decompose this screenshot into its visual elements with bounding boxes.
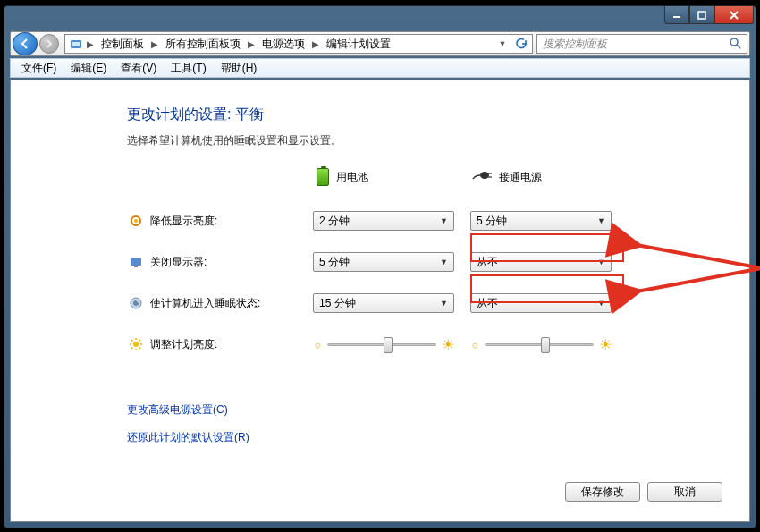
svg-rect-13 (131, 258, 141, 266)
content: 更改计划的设置: 平衡 选择希望计算机使用的睡眠设置和显示设置。 用电池 接通电… (11, 80, 749, 521)
svg-point-6 (730, 38, 738, 46)
cancel-button[interactable]: 取消 (647, 482, 722, 502)
off-plugged-value: 从不 (477, 255, 498, 270)
plug-icon (472, 169, 492, 185)
sleep-plugged-combo[interactable]: 从不 ▼ (470, 293, 612, 313)
row-sleep-label: 使计算机进入睡眠状态: (145, 296, 313, 311)
svg-point-12 (134, 219, 138, 223)
titlebar (4, 6, 756, 31)
svg-line-7 (737, 45, 740, 48)
chevron-down-icon: ▼ (597, 216, 605, 225)
chevron-down-icon: ▼ (597, 258, 605, 266)
slider-track[interactable] (485, 343, 594, 346)
col-battery: 用电池 (317, 168, 472, 186)
svg-line-24 (139, 340, 141, 342)
breadcrumb-item[interactable]: 编辑计划设置 (323, 37, 394, 52)
off-plugged-combo[interactable]: 从不 ▼ (470, 252, 612, 272)
breadcrumb-sep: ▶ (148, 39, 162, 49)
row-dim: 降低显示亮度: 2 分钟 ▼ 5 分钟 ▼ (127, 200, 749, 241)
sleep-battery-combo[interactable]: 15 分钟 ▼ (313, 293, 454, 313)
search-placeholder: 搜索控制面板 (543, 37, 607, 52)
svg-line-22 (139, 348, 141, 350)
sun-big-icon: ☀ (442, 336, 454, 353)
col-plugged: 接通电源 (472, 168, 628, 186)
forward-button[interactable] (39, 34, 59, 54)
svg-point-8 (480, 172, 489, 179)
dim-battery-value: 2 分钟 (319, 214, 350, 229)
svg-line-21 (131, 340, 133, 342)
brightness-plugged-slider[interactable]: ☼ ☀ (470, 332, 612, 357)
sun-small-icon: ☼ (470, 339, 479, 350)
menu-tools[interactable]: 工具(T) (164, 61, 213, 76)
slider-track[interactable] (327, 343, 436, 346)
chevron-down-icon: ▼ (440, 216, 448, 225)
sun-big-icon: ☀ (599, 336, 612, 353)
sleep-icon (127, 294, 145, 312)
dialog-buttons: 保存修改 取消 (565, 482, 722, 502)
menu-edit[interactable]: 编辑(E) (63, 61, 114, 76)
row-off-label: 关闭显示器: (145, 255, 313, 270)
dim-icon (127, 212, 145, 230)
advanced-link[interactable]: 更改高级电源设置(C) (127, 402, 749, 418)
row-dim-label: 降低显示亮度: (145, 214, 313, 229)
save-button[interactable]: 保存修改 (565, 482, 640, 502)
links: 更改高级电源设置(C) 还原此计划的默认设置(R) (127, 402, 749, 445)
column-headers: 用电池 接通电源 (317, 168, 749, 186)
col-battery-label: 用电池 (336, 170, 368, 185)
svg-point-16 (133, 342, 139, 347)
back-button[interactable] (13, 32, 38, 55)
close-button[interactable] (714, 6, 754, 24)
svg-line-23 (131, 348, 133, 350)
breadcrumb-item[interactable]: 所有控制面板项 (162, 37, 244, 52)
row-brightness-label: 调整计划亮度: (145, 337, 313, 352)
menu-bar: 文件(F) 编辑(E) 查看(V) 工具(T) 帮助(H) (10, 58, 750, 78)
chevron-down-icon: ▼ (440, 258, 448, 266)
breadcrumb-sep: ▶ (308, 39, 323, 49)
breadcrumb-sep: ▶ (83, 39, 97, 49)
row-off: 关闭显示器: 5 分钟 ▼ 从不 ▼ (127, 241, 749, 283)
client-area: 更改计划的设置: 平衡 选择希望计算机使用的睡眠设置和显示设置。 用电池 接通电… (10, 80, 750, 522)
off-battery-value: 5 分钟 (319, 255, 350, 270)
svg-rect-14 (134, 266, 138, 267)
control-panel-icon (69, 37, 83, 51)
address-bar[interactable]: ▶ 控制面板 ▶ 所有控制面板项 ▶ 电源选项 ▶ 编辑计划设置 ▼ (64, 34, 533, 54)
dim-plugged-value: 5 分钟 (477, 214, 507, 229)
slider-thumb[interactable] (541, 337, 550, 353)
col-plugged-label: 接通电源 (499, 170, 542, 185)
dim-plugged-combo[interactable]: 5 分钟 ▼ (470, 211, 612, 231)
sun-small-icon: ☼ (313, 339, 322, 350)
chevron-down-icon: ▼ (597, 299, 605, 308)
refresh-button[interactable] (511, 34, 532, 54)
chevron-down-icon: ▼ (440, 299, 448, 308)
brightness-battery-slider[interactable]: ☼ ☀ (313, 332, 454, 357)
breadcrumb-item[interactable]: 控制面板 (97, 37, 148, 52)
sleep-battery-value: 15 分钟 (319, 296, 356, 311)
off-battery-combo[interactable]: 5 分钟 ▼ (313, 252, 454, 272)
sleep-plugged-value: 从不 (477, 296, 498, 311)
row-sleep: 使计算机进入睡眠状态: 15 分钟 ▼ 从不 ▼ (127, 283, 749, 324)
menu-view[interactable]: 查看(V) (114, 61, 164, 76)
page-title: 更改计划的设置: 平衡 (127, 106, 749, 124)
dim-battery-combo[interactable]: 2 分钟 ▼ (313, 211, 454, 231)
battery-icon (317, 168, 329, 186)
breadcrumb-sep: ▶ (244, 39, 258, 49)
svg-rect-1 (698, 12, 705, 19)
search-icon[interactable] (729, 37, 741, 52)
row-brightness: 调整计划亮度: ☼ ☀ ☼ ☀ (127, 324, 749, 365)
window-frame: ▶ 控制面板 ▶ 所有控制面板项 ▶ 电源选项 ▶ 编辑计划设置 ▼ 搜索控制面… (4, 5, 756, 528)
breadcrumb-item[interactable]: 电源选项 (258, 37, 308, 52)
restore-link[interactable]: 还原此计划的默认设置(R) (127, 430, 749, 445)
brightness-icon (127, 335, 145, 353)
page-subtitle: 选择希望计算机使用的睡眠设置和显示设置。 (127, 133, 749, 148)
nav-toolbar: ▶ 控制面板 ▶ 所有控制面板项 ▶ 电源选项 ▶ 编辑计划设置 ▼ 搜索控制面… (10, 31, 750, 56)
minimize-button[interactable] (664, 6, 689, 24)
monitor-icon (127, 253, 145, 271)
address-dropdown-icon[interactable]: ▼ (494, 39, 511, 48)
search-input[interactable]: 搜索控制面板 (536, 34, 747, 54)
slider-thumb[interactable] (384, 337, 393, 353)
svg-rect-5 (72, 42, 80, 46)
menu-file[interactable]: 文件(F) (14, 61, 63, 76)
menu-help[interactable]: 帮助(H) (214, 61, 265, 76)
maximize-button[interactable] (689, 6, 714, 24)
